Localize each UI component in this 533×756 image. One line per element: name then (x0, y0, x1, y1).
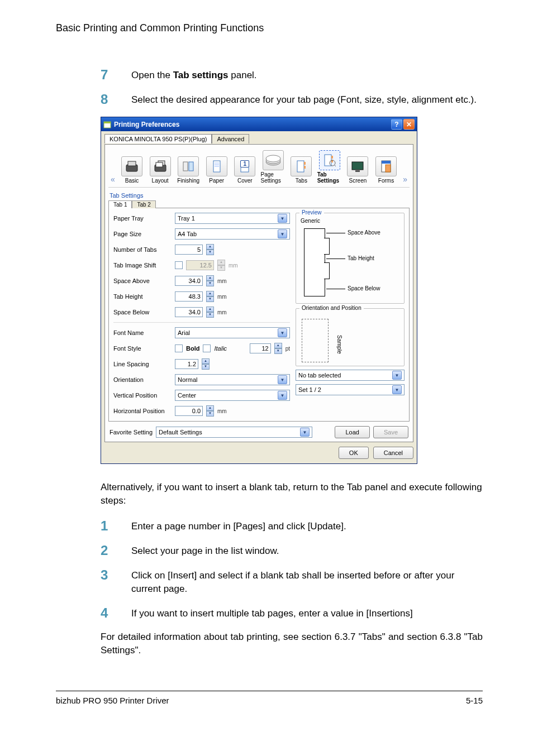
spinner-horizontal-position[interactable]: ▲▼ (206, 405, 214, 417)
diag-label-above: Space Above (348, 229, 380, 236)
nav-cover[interactable]: 1 Cover (232, 156, 258, 184)
paper-icon (206, 156, 227, 176)
select-value: Set 1 / 2 (298, 386, 321, 393)
subtab-tab1[interactable]: Tab 1 (108, 200, 132, 208)
svg-rect-3 (128, 161, 136, 166)
label-tab-height: Tab Height (113, 293, 175, 300)
input-space-below[interactable]: 34.0 (175, 307, 203, 317)
chevron-down-icon: ▼ (392, 371, 402, 380)
nav-page-settings[interactable]: Page Settings (261, 150, 286, 184)
label-bold: Bold (186, 345, 199, 352)
help-button[interactable]: ? (391, 119, 402, 130)
ok-button[interactable]: OK (339, 447, 369, 459)
select-value: Default Settings (159, 429, 202, 436)
subtab-tab2[interactable]: Tab 2 (132, 200, 155, 208)
select-favorite-setting[interactable]: Default Settings▼ (156, 427, 312, 438)
nav-prev[interactable]: « (110, 175, 116, 184)
driver-tab-advanced[interactable]: Advanced (212, 134, 249, 143)
screen-icon (347, 156, 368, 176)
nav-label: Page Settings (261, 171, 286, 184)
preview-diagram: Space Above Tab Height Space Below (299, 226, 401, 298)
spinner-line-spacing[interactable]: ▲▼ (202, 358, 210, 370)
spinner-tab-height[interactable]: ▲▼ (206, 291, 214, 302)
dialog-title: Printing Preferences (114, 121, 179, 128)
nav-label: Screen (349, 178, 367, 184)
intertext: Alternatively, if you want to insert a b… (101, 481, 483, 508)
close-button[interactable]: ✕ (403, 119, 415, 130)
svg-rect-8 (189, 162, 193, 171)
diag-label-height: Tab Height (348, 255, 374, 261)
nav-forms[interactable]: Forms (374, 156, 399, 184)
select-page-size[interactable]: A4 Tab▼ (175, 228, 290, 240)
label-line-spacing: Line Spacing (113, 361, 175, 367)
nav-label: Paper (209, 178, 224, 184)
step-number-7: 7 (101, 68, 131, 82)
layout-icon (150, 156, 171, 176)
step-text-4: If you want to insert multiple tab pages… (131, 606, 483, 620)
select-no-tab-selected[interactable]: No tab selected▼ (296, 370, 404, 381)
nav-tabs[interactable]: Tabs (289, 156, 314, 184)
preview-generic: Generic (301, 218, 401, 224)
input-space-above[interactable]: 34.0 (175, 276, 203, 286)
input-font-size[interactable]: 12 (250, 343, 271, 353)
nav-tab-settings[interactable]: Tab Settings (317, 150, 342, 184)
printing-preferences-dialog: Printing Preferences ? ✕ KONICA MINOLTA … (101, 117, 417, 464)
orientation-diagram: Sample (302, 319, 329, 362)
window-icon (103, 121, 111, 128)
nav-screen[interactable]: Screen (345, 156, 370, 184)
orientation-title: Orientation and Position (299, 305, 364, 311)
page-settings-icon (263, 150, 284, 170)
checkbox-bold[interactable] (175, 344, 183, 352)
label-paper-tray: Paper Tray (113, 215, 175, 222)
xref-text: For detailed information about tab print… (101, 630, 483, 657)
chevron-down-icon: ▼ (278, 391, 287, 400)
select-value: Center (178, 392, 196, 399)
step-number-2: 2 (101, 543, 131, 558)
select-value: Tray 1 (178, 215, 195, 222)
step-number-3: 3 (101, 568, 131, 596)
step-text-3: Click on [Insert] and select if a blank … (131, 568, 483, 596)
svg-rect-26 (355, 170, 360, 172)
select-font-name[interactable]: Arial▼ (175, 327, 290, 338)
nav-basic[interactable]: Basic (120, 156, 145, 184)
checkbox-italic[interactable] (203, 344, 211, 352)
finishing-icon (178, 156, 199, 176)
spinner-num-tabs[interactable]: ▲▼ (206, 244, 214, 255)
unit-image-shift: mm (229, 262, 238, 269)
cover-icon: 1 (234, 156, 255, 176)
tab-settings-icon (319, 150, 340, 170)
checkbox-image-shift[interactable] (175, 261, 183, 269)
load-button[interactable]: Load (335, 426, 369, 438)
forms-icon (375, 156, 397, 176)
svg-rect-28 (382, 161, 391, 164)
input-horizontal-position[interactable]: 0.0 (175, 406, 203, 416)
cancel-button[interactable]: Cancel (373, 447, 413, 459)
nav-layout[interactable]: Layout (147, 156, 173, 184)
select-paper-tray[interactable]: Tray 1▼ (175, 213, 290, 224)
spinner-font-size[interactable]: ▲▼ (274, 343, 282, 354)
spinner-space-below[interactable]: ▲▼ (206, 307, 214, 318)
select-set[interactable]: Set 1 / 2▼ (296, 384, 404, 395)
label-favorite-setting: Favorite Setting (110, 429, 153, 436)
nav-paper[interactable]: Paper (204, 156, 229, 184)
select-orientation[interactable]: Normal▼ (175, 374, 290, 385)
tabs-icon (291, 156, 312, 176)
spinner-space-above[interactable]: ▲▼ (206, 275, 214, 286)
nav-next[interactable]: » (402, 175, 408, 184)
select-vertical-position[interactable]: Center▼ (175, 390, 290, 401)
titlebar: Printing Preferences ? ✕ (101, 117, 417, 131)
save-button[interactable]: Save (373, 426, 408, 438)
driver-tab-km[interactable]: KONICA MINOLTA 950 PS(P)(Plug) (104, 134, 212, 143)
input-line-spacing[interactable]: 1.2 (175, 359, 198, 369)
svg-rect-18 (304, 162, 306, 165)
input-num-tabs[interactable]: 5 (175, 245, 203, 255)
label-vertical-position: Vertical Position (113, 392, 175, 399)
label-num-tabs: Number of Tabs (113, 246, 175, 253)
footer-right: 5-15 (466, 696, 483, 705)
tabsettings-heading: Tab Settings (108, 190, 410, 199)
input-tab-height[interactable]: 48.3 (175, 291, 203, 302)
step-7-bold: Tab settings (173, 70, 229, 80)
chevron-down-icon: ▼ (392, 385, 402, 394)
nav-finishing[interactable]: Finishing (176, 156, 201, 184)
unit-font-size: pt (285, 346, 290, 352)
